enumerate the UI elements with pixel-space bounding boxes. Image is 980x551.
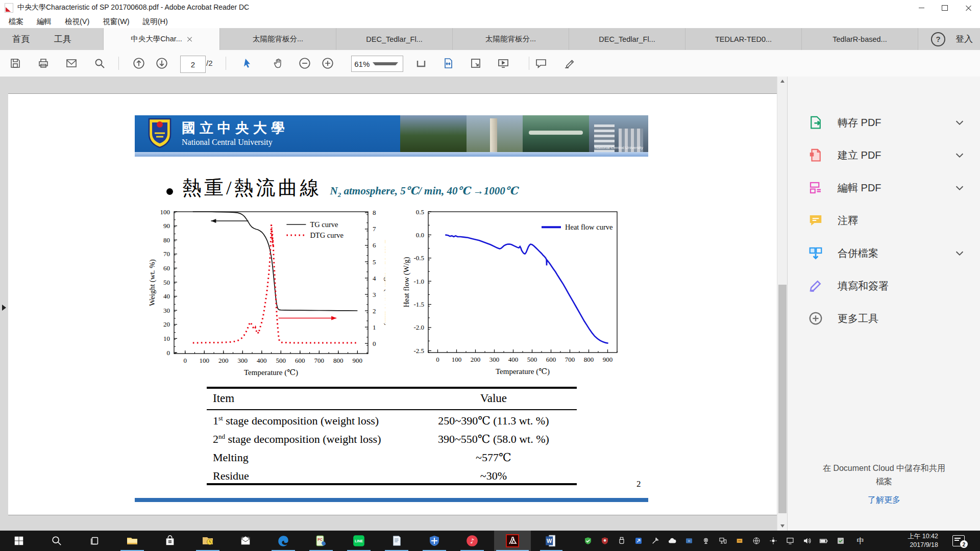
tray-repair-tool-icon[interactable] — [648, 531, 663, 551]
taskbar-acrobat-button[interactable] — [494, 531, 531, 551]
taskbar-file-explorer-button[interactable] — [113, 531, 151, 551]
tray-kingston-red-icon[interactable] — [598, 531, 612, 551]
taskbar-clock[interactable]: 上午 10:42 2017/9/18 — [879, 531, 939, 551]
sidebar-item-6[interactable]: 更多工具 — [788, 302, 980, 335]
taskbar-line-button[interactable]: LINE — [340, 531, 378, 551]
menu-item-4[interactable]: 說明(H) — [136, 15, 175, 28]
zoom-level-select[interactable]: 61% — [351, 56, 403, 72]
tray-intel-card-icon[interactable]: in — [682, 531, 696, 551]
document-tab-6[interactable]: TedlarR-based... — [802, 28, 918, 50]
save-icon[interactable] — [7, 55, 24, 72]
document-tab-5[interactable]: TEDLAR-TED0... — [685, 28, 802, 50]
chevron-down-icon[interactable] — [954, 182, 965, 193]
svg-text:2: 2 — [373, 307, 376, 315]
zoom-out-icon[interactable] — [296, 55, 313, 72]
sign-in-button[interactable]: 登入 — [955, 33, 973, 45]
tray-volume-icon[interactable] — [800, 531, 814, 551]
help-icon[interactable]: ? — [931, 32, 945, 46]
close-button[interactable] — [957, 0, 980, 15]
tray-webcam-icon[interactable] — [699, 531, 713, 551]
next-page-icon[interactable] — [153, 55, 170, 72]
menu-item-1[interactable]: 編輯 — [30, 15, 58, 28]
taskbar-start-button[interactable] — [0, 531, 38, 551]
scrollbar-thumb[interactable] — [778, 285, 787, 513]
chevron-down-icon[interactable] — [954, 247, 965, 259]
page-number-input[interactable] — [180, 56, 206, 73]
notification-center-button[interactable]: 2 — [947, 531, 970, 551]
sidebar-item-3[interactable]: 注釋 — [788, 204, 980, 237]
minimize-button[interactable] — [910, 0, 933, 15]
fit-width-icon[interactable] — [439, 55, 457, 72]
slide-footer-bar — [135, 498, 648, 502]
email-icon[interactable] — [63, 55, 80, 72]
taskbar-search-button[interactable] — [38, 531, 76, 551]
taskbar-defender-button[interactable] — [415, 531, 453, 551]
select-tool-icon[interactable] — [239, 55, 256, 72]
taskbar-store-button[interactable] — [151, 531, 189, 551]
taskbar-pc-manager-button[interactable]: PC — [302, 531, 340, 551]
comment-icon[interactable] — [532, 55, 550, 72]
tray-usb-icon[interactable] — [615, 531, 629, 551]
previous-page-icon[interactable] — [130, 55, 148, 72]
chevron-down-icon[interactable] — [954, 149, 965, 161]
svg-text:0: 0 — [167, 349, 170, 357]
menu-bar: 檔案編輯檢視(V)視窗(W)說明(H) — [0, 15, 980, 28]
tab-close-icon[interactable] — [187, 37, 192, 42]
tray-network-globe-icon[interactable] — [749, 531, 764, 551]
notepad-icon — [391, 535, 402, 546]
document-tab-1[interactable]: 太陽能背板分... — [220, 28, 336, 50]
presentation-mode-icon[interactable] — [495, 55, 512, 72]
zoom-in-icon[interactable] — [319, 55, 336, 72]
tray-audio-icon[interactable] — [766, 531, 780, 551]
tray-onedrive-cloud-icon[interactable] — [665, 531, 679, 551]
document-tab-0[interactable]: 中央大學Char... — [103, 28, 220, 50]
svg-text:40: 40 — [163, 292, 170, 300]
print-icon[interactable] — [35, 55, 52, 72]
svg-text:PC: PC — [317, 538, 323, 541]
tray-devices-icon[interactable] — [716, 531, 730, 551]
document-tab-3[interactable]: 太陽能背板分... — [453, 28, 569, 50]
highlight-icon[interactable] — [560, 55, 578, 72]
tab-tools[interactable]: 工具 — [42, 28, 84, 50]
svg-text:100: 100 — [160, 208, 170, 216]
tray-battery-icon[interactable] — [817, 531, 831, 551]
navigation-pane-toggle[interactable] — [1, 302, 8, 313]
tray-security-orange-icon[interactable] — [732, 531, 747, 551]
tab-home[interactable]: 首頁 — [0, 28, 42, 50]
taskbar-word-button[interactable]: W — [533, 531, 570, 551]
search-icon[interactable] — [91, 55, 108, 72]
page-view-icon[interactable] — [412, 55, 430, 72]
learn-more-link[interactable]: 了解更多 — [788, 495, 980, 506]
taskbar-itunes-button[interactable]: ♪ — [453, 531, 491, 551]
svg-text:-1.0: -1.0 — [413, 278, 424, 285]
menu-item-3[interactable]: 視窗(W) — [96, 15, 136, 28]
table-row: 2nd stage decomposition (weight loss)390… — [207, 431, 577, 449]
sidebar-item-4[interactable]: 合併檔案 — [788, 237, 980, 269]
taskbar-edge-button[interactable] — [264, 531, 302, 551]
sidebar-item-2[interactable]: 編輯 PDF — [788, 171, 980, 204]
menu-item-2[interactable]: 檢視(V) — [58, 15, 96, 28]
sidebar-item-0[interactable]: 轉存 PDF — [788, 106, 980, 139]
scroll-down-button[interactable] — [777, 521, 788, 531]
sidebar-item-5[interactable]: 填寫和簽署 — [788, 269, 980, 302]
document-tab-2[interactable]: DEC_Tedlar_Fl... — [336, 28, 453, 50]
tray-update-check-icon[interactable] — [834, 531, 848, 551]
tray-defender-green-icon[interactable] — [581, 531, 595, 551]
document-tab-4[interactable]: DEC_Tedlar_Fl... — [569, 28, 685, 50]
vertical-scrollbar[interactable] — [777, 77, 788, 531]
taskbar-mail-button[interactable] — [227, 531, 264, 551]
full-screen-icon[interactable] — [467, 55, 484, 72]
scroll-up-button[interactable] — [777, 77, 788, 86]
menu-item-0[interactable]: 檔案 — [2, 15, 30, 28]
taskbar-task-view-button[interactable] — [76, 531, 113, 551]
taskbar-notepad-button[interactable] — [378, 531, 415, 551]
tools-panel: 在 Document Cloud 中儲存和共用 檔案 了解更多 轉存 PDF建立… — [787, 77, 980, 531]
chevron-down-icon[interactable] — [954, 117, 965, 128]
tray-launcher-blue-icon[interactable] — [631, 531, 646, 551]
tray-display-icon[interactable] — [783, 531, 797, 551]
maximize-button[interactable] — [933, 0, 957, 15]
taskbar-outlook-button[interactable] — [189, 531, 227, 551]
sidebar-item-1[interactable]: 建立 PDF — [788, 139, 980, 171]
ime-language-indicator[interactable]: 中 — [853, 531, 868, 551]
hand-tool-icon[interactable] — [270, 55, 287, 72]
